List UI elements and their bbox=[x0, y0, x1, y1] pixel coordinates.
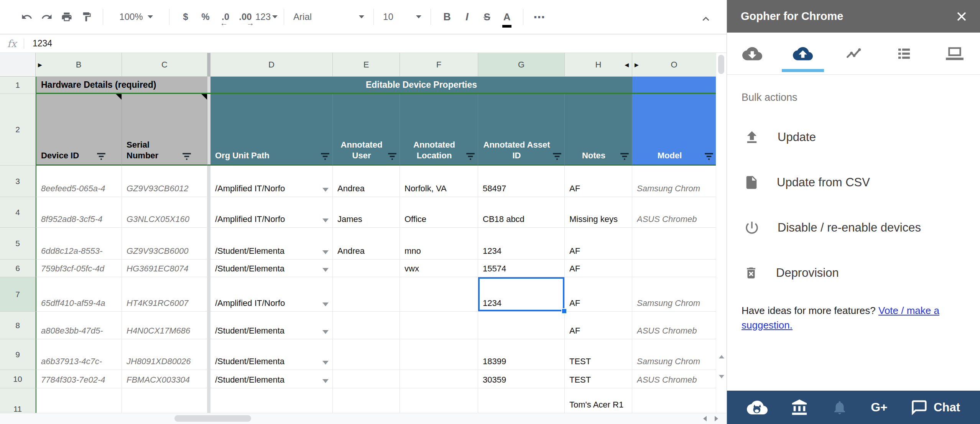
action-update[interactable]: Update bbox=[727, 123, 980, 152]
scroll-down-icon[interactable] bbox=[719, 375, 724, 378]
dropdown-icon[interactable] bbox=[322, 268, 329, 272]
column-header-O[interactable]: ▶O bbox=[632, 53, 716, 77]
dropdown-icon[interactable] bbox=[322, 250, 329, 254]
tab-cloud-download[interactable] bbox=[727, 33, 778, 74]
cell-B5[interactable]: 6dd8c12a-8553- bbox=[36, 228, 122, 260]
tab-list[interactable] bbox=[879, 33, 929, 74]
filter-icon[interactable] bbox=[620, 153, 629, 160]
font-family-select[interactable]: Arial bbox=[290, 6, 367, 28]
action-disable-reenable[interactable]: Disable / re-enable devices bbox=[727, 213, 980, 242]
italic-button[interactable]: I bbox=[457, 6, 477, 28]
cell-C7[interactable]: HT4K91RC6007 bbox=[122, 277, 207, 312]
cell-H2-notes-header[interactable]: Notes bbox=[565, 94, 632, 166]
cell-C5[interactable]: GZ9V93CB6000 bbox=[122, 228, 207, 260]
chat-button[interactable]: Chat bbox=[911, 399, 960, 416]
cell-G8[interactable] bbox=[478, 312, 565, 339]
filter-icon[interactable] bbox=[553, 153, 561, 160]
cell-O7[interactable]: Samsung Chrom bbox=[632, 277, 716, 312]
cell-C9[interactable]: JH8091XD80026 bbox=[122, 339, 207, 370]
column-header-E[interactable]: E bbox=[333, 53, 400, 77]
cell-editable-properties-header[interactable]: Editable Device Properties bbox=[210, 77, 632, 94]
filter-icon[interactable] bbox=[183, 153, 191, 160]
frozen-divider[interactable] bbox=[207, 53, 210, 77]
tab-trend[interactable] bbox=[828, 33, 879, 74]
cell-F5[interactable]: mno bbox=[400, 228, 478, 260]
dropdown-icon[interactable] bbox=[322, 330, 329, 334]
close-icon[interactable] bbox=[955, 10, 968, 23]
row-header-10[interactable]: 10 bbox=[0, 370, 36, 388]
strikethrough-button[interactable]: S bbox=[477, 6, 497, 28]
redo-icon[interactable] bbox=[37, 6, 57, 28]
row-header-8[interactable]: 8 bbox=[0, 312, 36, 339]
more-options-button[interactable]: ⋯ bbox=[529, 6, 549, 28]
cell-C3[interactable]: GZ9V93CB6012 bbox=[122, 166, 207, 197]
cell-D10[interactable]: /Student/Elementa bbox=[210, 370, 333, 388]
cell-G2-asset-id-header[interactable]: Annotated Asset ID bbox=[478, 94, 565, 166]
cell-O8[interactable]: ASUS Chromeb bbox=[632, 312, 716, 339]
fill-handle[interactable] bbox=[561, 308, 567, 314]
row-header-5[interactable]: 5 bbox=[0, 228, 36, 260]
cell-E6[interactable] bbox=[333, 260, 400, 277]
cell-B2-device-id-header[interactable]: Device ID bbox=[36, 94, 122, 166]
cell-O4[interactable]: ASUS Chromeb bbox=[632, 197, 716, 228]
cell-F8[interactable] bbox=[400, 312, 478, 339]
cell-C4[interactable]: G3NLCX05X160 bbox=[122, 197, 207, 228]
row-header-2[interactable]: 2 bbox=[0, 94, 36, 166]
cell-G6[interactable]: 15574 bbox=[478, 260, 565, 277]
cell-E11[interactable] bbox=[333, 388, 400, 413]
dropdown-icon[interactable] bbox=[322, 302, 329, 306]
row-header-1[interactable]: 1 bbox=[0, 77, 36, 94]
cell-hardware-details-header[interactable]: Hardware Details (required) bbox=[36, 77, 207, 94]
row-header-3[interactable]: 3 bbox=[0, 166, 36, 197]
cell-E2-user-header[interactable]: Annotated User bbox=[333, 94, 400, 166]
cell-B7[interactable]: 65dff410-af59-4a bbox=[36, 277, 122, 312]
decrease-decimal-button[interactable]: .0← bbox=[215, 6, 235, 28]
undo-icon[interactable] bbox=[17, 6, 37, 28]
cell-F7[interactable] bbox=[400, 277, 478, 312]
cell-D2-org-unit-header[interactable]: Org Unit Path bbox=[210, 94, 333, 166]
bell-icon[interactable] bbox=[832, 399, 848, 416]
cell-G11[interactable] bbox=[478, 388, 565, 413]
filter-icon[interactable] bbox=[705, 153, 713, 160]
font-size-select[interactable]: 10 bbox=[380, 6, 424, 28]
dropdown-icon[interactable] bbox=[322, 361, 329, 365]
cell-F10[interactable] bbox=[400, 370, 478, 388]
row-header-6[interactable]: 6 bbox=[0, 260, 36, 277]
row-header-11[interactable]: 11 bbox=[0, 388, 36, 413]
action-deprovision[interactable]: Deprovision bbox=[727, 258, 980, 288]
cell-B6[interactable]: 759bf3cf-05fc-4d bbox=[36, 260, 122, 277]
cell-O5[interactable] bbox=[632, 228, 716, 260]
cell-H7[interactable]: AF bbox=[565, 277, 632, 312]
cell-H5[interactable]: AF bbox=[565, 228, 632, 260]
format-currency-button[interactable]: $ bbox=[176, 6, 196, 28]
cell-G3[interactable]: 58497 bbox=[478, 166, 565, 197]
horizontal-scrollbar-thumb[interactable] bbox=[174, 415, 251, 422]
column-header-B[interactable]: ▶B bbox=[36, 53, 122, 77]
cell-E9[interactable] bbox=[333, 339, 400, 370]
cell-D7[interactable]: /Amplified IT/Norfo bbox=[210, 277, 333, 312]
action-update-from-csv[interactable]: Update from CSV bbox=[727, 168, 980, 197]
cell-D4[interactable]: /Amplified IT/Norfo bbox=[210, 197, 333, 228]
increase-decimal-button[interactable]: .00→ bbox=[235, 6, 255, 28]
horizontal-scrollbar[interactable] bbox=[0, 413, 727, 424]
cell-E8[interactable] bbox=[333, 312, 400, 339]
cell-C11[interactable] bbox=[122, 388, 207, 413]
cell-H11[interactable]: Tom's Acer R1 bbox=[565, 388, 632, 413]
cell-F2-location-header[interactable]: Annotated Location bbox=[400, 94, 478, 166]
cell-D11[interactable] bbox=[210, 388, 333, 413]
cell-G10[interactable]: 30359 bbox=[478, 370, 565, 388]
row-header-9[interactable]: 9 bbox=[0, 339, 36, 370]
row-header-4[interactable]: 4 bbox=[0, 197, 36, 228]
hidden-column-marker-icon[interactable]: ▶ bbox=[635, 62, 639, 68]
scroll-left-icon[interactable] bbox=[703, 416, 707, 421]
vertical-scrollbar-thumb[interactable] bbox=[718, 55, 724, 74]
filter-icon[interactable] bbox=[321, 153, 329, 160]
cell-G4[interactable]: CB18 abcd bbox=[478, 197, 565, 228]
cell-O11[interactable] bbox=[632, 388, 716, 413]
format-percent-button[interactable]: % bbox=[196, 6, 215, 28]
cell-G5[interactable]: 1234 bbox=[478, 228, 565, 260]
cell-E7[interactable] bbox=[333, 277, 400, 312]
cell-F11[interactable] bbox=[400, 388, 478, 413]
column-header-F[interactable]: F bbox=[400, 53, 478, 77]
cell-F3[interactable]: Norfolk, VA bbox=[400, 166, 478, 197]
